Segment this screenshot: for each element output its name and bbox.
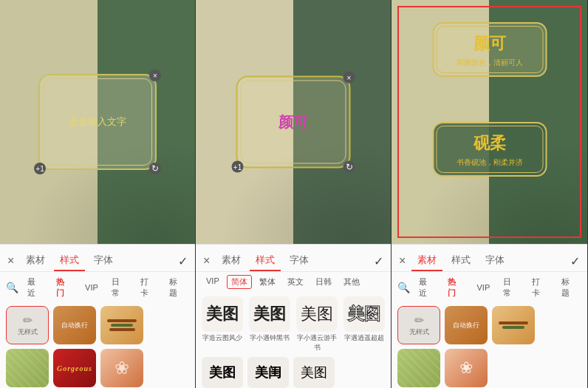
style-no-1[interactable]: ✏ 无样式: [6, 306, 49, 344]
style4-thumb-3: [397, 349, 440, 387]
font-item-5[interactable]: 美图 字遇云图宋东: [202, 357, 243, 388]
subtab-daily-3[interactable]: 日常: [499, 275, 523, 300]
tab-material-3[interactable]: 素材: [411, 251, 442, 271]
toolbar-1: × 素材 样式 字体 ✓ 🔍 最近 热门 VIP 日常 打卡 标题 ✏ 无样式: [0, 244, 195, 388]
tabs-row-2: × 素材 样式 字体 ✓: [196, 245, 391, 272]
font-item-7[interactable]: 美图 字遇逍遥行书: [293, 357, 335, 388]
style-3-1[interactable]: [100, 306, 143, 344]
font-item-4[interactable]: 美图 字遇逍遥超超: [343, 296, 385, 353]
font-label-4: 字遇逍遥超超: [344, 333, 384, 343]
style-3-3[interactable]: [492, 306, 535, 344]
subtab-checkin-3[interactable]: 打卡: [527, 275, 552, 300]
font-item-2[interactable]: 美图 字小遇钟黑书: [249, 296, 290, 353]
toolbar-close-1[interactable]: ×: [7, 254, 14, 268]
pen-icon-3: ✏: [414, 313, 424, 327]
subtab-other-2[interactable]: 其他: [339, 275, 364, 289]
auto-label-1: 自动换行: [61, 321, 88, 330]
gorgeous-text-1: Gorgeous: [57, 364, 92, 372]
toolbar-confirm-1[interactable]: ✓: [178, 254, 188, 268]
subtab-recent-3[interactable]: 最近: [414, 275, 439, 300]
subtab-title-1[interactable]: 标题: [165, 275, 189, 300]
style-auto-3[interactable]: 自动换行: [445, 306, 488, 344]
tab-font-3[interactable]: 字体: [479, 251, 510, 271]
style3-thumb-1: [100, 306, 143, 344]
pen-icon-1: ✏: [23, 313, 33, 327]
toolbar-2: × 素材 样式 字体 ✓ VIP 简体 繁体 英文 日韩 其他 美图 字造云图风…: [196, 244, 391, 388]
subtab-simple-2[interactable]: 简体: [227, 275, 252, 289]
toolbar-close-2[interactable]: ×: [203, 254, 210, 268]
subtab-jp-2[interactable]: 日韩: [311, 275, 336, 289]
font-text-4: 美图: [348, 303, 380, 325]
style-gorgeous-1[interactable]: Gorgeous: [53, 349, 96, 387]
subtab-recent-1[interactable]: 最近: [23, 275, 47, 300]
font-label-1: 字造云图风少: [202, 333, 242, 343]
font-item-6[interactable]: 美闺 字遇宣武手书: [247, 357, 289, 388]
frame-title-2: 颜可: [278, 112, 308, 132]
canvas-2: 颜可 × +1 ↻: [196, 0, 391, 244]
font-item-3[interactable]: 美图 字小遇云游手书: [296, 296, 338, 353]
style-grid-3: ✏ 无样式 自动换行 ❀: [392, 303, 587, 388]
font-text-1: 美图: [206, 303, 239, 325]
frame-top-sub-3: 和颜悦色，清丽可人: [441, 58, 538, 68]
auto-label-3: 自动换行: [451, 319, 481, 332]
subtab-vip-3[interactable]: VIP: [473, 282, 495, 293]
rotate-handle-2[interactable]: ↻: [343, 161, 355, 173]
style-4-1[interactable]: [6, 349, 49, 387]
frame-bottom-3[interactable]: 砚柔 书香砚池，刚柔并济: [432, 122, 547, 177]
tab-style-2[interactable]: 样式: [250, 251, 281, 271]
style3-thumb-3: [492, 306, 535, 344]
text-frame-1[interactable]: 点击输入文字 × +1 ↻: [38, 74, 157, 170]
font-sthumb-3: 美图: [293, 357, 335, 388]
tab-style-3[interactable]: 样式: [445, 251, 476, 271]
subtab-complex-2[interactable]: 繁体: [255, 275, 280, 289]
tab-material-1[interactable]: 素材: [20, 251, 51, 271]
subtab-hot-1[interactable]: 热门: [52, 275, 76, 300]
tabs-row-1: × 素材 样式 字体 ✓: [0, 245, 195, 272]
subtab-title-3[interactable]: 标题: [557, 275, 581, 300]
canvas-1: 点击输入文字 × +1 ↻: [0, 0, 195, 244]
tab-font-1[interactable]: 字体: [88, 251, 119, 271]
plus-handle-2[interactable]: +1: [232, 161, 244, 173]
tab-style-1[interactable]: 样式: [54, 251, 85, 271]
frame-bottom-title-3: 砚柔: [441, 132, 538, 154]
rotate-handle-1[interactable]: ↻: [149, 163, 161, 174]
plus-handle-1[interactable]: +1: [34, 163, 46, 174]
search-icon-3[interactable]: 🔍: [397, 282, 410, 293]
subtab-daily-1[interactable]: 日常: [107, 275, 131, 300]
style-4-3[interactable]: [397, 349, 440, 387]
subtab-checkin-1[interactable]: 打卡: [136, 275, 160, 300]
canvas-3: 颜可 和颜悦色，清丽可人 砚柔 书香砚池，刚柔并济: [392, 0, 587, 244]
tab-font-2[interactable]: 字体: [284, 251, 315, 271]
subtab-vip-1[interactable]: VIP: [81, 282, 103, 293]
font-label-2: 字小遇钟黑书: [250, 333, 290, 343]
style-auto-1[interactable]: 自动换行: [53, 306, 96, 344]
font-thumb-1: 美图: [202, 296, 243, 332]
tabs-row-3: × 素材 样式 字体 ✓: [392, 245, 587, 272]
toolbar-close-3[interactable]: ×: [399, 254, 406, 268]
search-icon-1[interactable]: 🔍: [6, 282, 18, 293]
panel-3: 颜可 和颜悦色，清丽可人 砚柔 书香砚池，刚柔并济 × 素材 样式 字体 ✓ 🔍…: [392, 0, 588, 388]
tab-material-2[interactable]: 素材: [216, 251, 247, 271]
search-row-1: 🔍 最近 热门 VIP 日常 打卡 标题: [0, 272, 195, 303]
close-handle-2[interactable]: ×: [343, 72, 355, 84]
close-handle-1[interactable]: ×: [149, 69, 161, 81]
style-5-3[interactable]: ❀: [445, 349, 488, 387]
style-6-1[interactable]: ❀: [100, 349, 143, 387]
font-text-2: 美图: [253, 303, 286, 325]
font-sthumb-2: 美闺: [247, 357, 289, 388]
style6-thumb-1: ❀: [100, 349, 143, 387]
panel-1: 点击输入文字 × +1 ↻ × 素材 样式 字体 ✓ 🔍 最近 热门 VIP 日…: [0, 0, 196, 388]
toolbar-confirm-2[interactable]: ✓: [374, 254, 383, 268]
frame-top-3[interactable]: 颜可 和颜悦色，清丽可人: [432, 22, 547, 77]
subtab-vip-2[interactable]: VIP: [202, 275, 224, 289]
frame-top-title-3: 颜可: [441, 33, 538, 55]
style-no-3[interactable]: ✏ 无样式: [397, 306, 440, 344]
panel-2: 颜可 × +1 ↻ × 素材 样式 字体 ✓ VIP 简体 繁体 英文 日韩 其…: [196, 0, 392, 388]
subtab-en-2[interactable]: 英文: [283, 275, 308, 289]
subtab-hot-3[interactable]: 热门: [443, 275, 468, 300]
frame-text-1: 点击输入文字: [69, 115, 126, 129]
toolbar-confirm-3[interactable]: ✓: [570, 254, 580, 268]
font-thumb-2: 美图: [249, 296, 290, 332]
font-item-1[interactable]: 美图 字造云图风少: [202, 296, 243, 353]
text-frame-2[interactable]: 颜可 × +1 ↻: [236, 76, 351, 169]
